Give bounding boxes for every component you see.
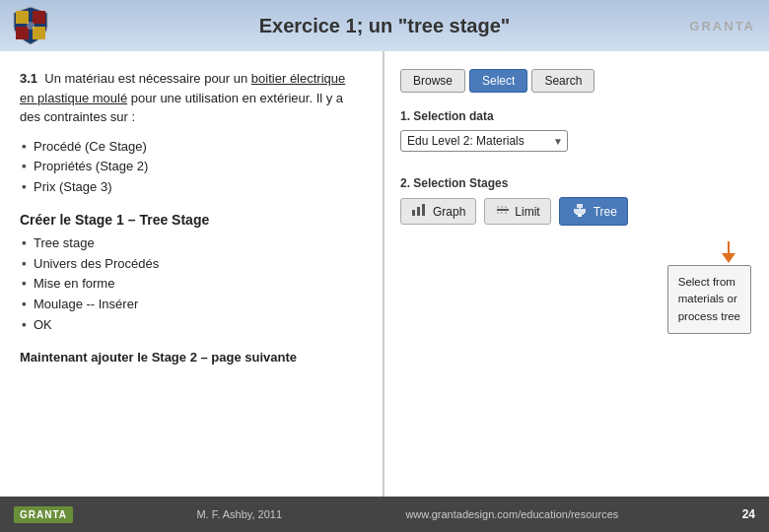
list-item: Procédé (Ce Stage)	[34, 137, 363, 158]
create-steps-list: Tree stage Univers des Procédés Mise en …	[20, 233, 363, 336]
granta-brand: GRANTA	[689, 19, 755, 33]
svg-rect-6	[417, 207, 420, 216]
list-item: Prix (Stage 3)	[34, 177, 363, 198]
selection-stages-section: 2. Selection Stages Graph	[400, 173, 755, 226]
svg-rect-0	[16, 11, 29, 24]
limit-label: Limit	[515, 205, 539, 219]
list-item: OK	[34, 315, 363, 336]
browse-button[interactable]: Browse	[400, 69, 465, 93]
dropdown-wrapper: Edu Level 2: Materials ▼	[400, 130, 568, 152]
page-title: Exercice 1; un "tree stage"	[259, 15, 511, 37]
nav-buttons: Browse Select Search	[400, 69, 594, 93]
footer-author: M. F. Ashby, 2011	[196, 508, 282, 520]
select-from-box: Select from materials or process tree	[667, 265, 751, 334]
svg-rect-12	[574, 209, 586, 213]
limit-icon	[495, 203, 511, 220]
svg-rect-2	[16, 27, 29, 39]
list-item: Propriétés (Stage 2)	[34, 157, 363, 177]
arrow-head-icon	[722, 253, 735, 263]
select-from-text: Select from materials or process tree	[678, 276, 740, 322]
footer-url: www.grantadesign.com/education/resources	[405, 508, 618, 520]
arrow-container	[400, 241, 755, 263]
footer-page-number: 24	[742, 507, 755, 521]
section-number: 3.1	[20, 71, 37, 86]
stage-buttons-row: Graph Limit	[400, 197, 755, 226]
svg-rect-13	[577, 204, 583, 208]
tree-label: Tree	[594, 205, 617, 219]
selection-data-section: 1. Selection data Edu Level 2: Materials…	[400, 106, 755, 166]
list-item: Univers des Procédés	[34, 254, 363, 275]
svg-rect-5	[412, 210, 415, 216]
graph-stage-button[interactable]: Graph	[400, 198, 476, 225]
select-button[interactable]: Select	[469, 69, 527, 93]
right-panel: Browse Select Search 1. Selection data E…	[384, 51, 769, 497]
intro-paragraph: 3.1 Un matériau est nécessaire pour un b…	[20, 69, 363, 127]
tree-stage-button[interactable]: Tree	[559, 197, 628, 226]
selection-data-label: 1. Selection data	[400, 109, 494, 123]
limit-stage-button[interactable]: Limit	[484, 198, 550, 225]
create-heading: Créer le Stage 1 – Tree Stage	[20, 212, 363, 228]
tree-icon	[570, 202, 590, 221]
search-button[interactable]: Search	[531, 69, 594, 93]
left-panel: 3.1 Un matériau est nécessaire pour un b…	[0, 51, 384, 497]
svg-point-4	[27, 22, 35, 30]
list-item: Mise en forme	[34, 274, 363, 295]
footer: GRANTA M. F. Ashby, 2011 www.grantadesig…	[0, 497, 769, 532]
select-from-container: Select from materials or process tree	[400, 263, 755, 334]
materials-dropdown[interactable]: Edu Level 2: Materials	[400, 130, 568, 152]
arrow-shaft	[728, 241, 730, 253]
selection-stages-label: 2. Selection Stages	[400, 176, 508, 190]
footer-granta-logo: GRANTA	[14, 506, 73, 523]
header-crest-logo	[10, 5, 51, 46]
graph-label: Graph	[433, 205, 465, 219]
svg-rect-1	[33, 11, 45, 24]
graph-icon	[411, 203, 429, 220]
constraints-list: Procédé (Ce Stage) Propriétés (Stage 2) …	[20, 137, 363, 198]
header: Exercice 1; un "tree stage" GRANTA	[0, 0, 769, 51]
list-item: Tree stage	[34, 233, 363, 254]
svg-rect-3	[33, 27, 45, 39]
list-item: Moulage -- Insérer	[34, 295, 363, 315]
svg-rect-7	[422, 204, 425, 216]
footer-note: Maintenant ajouter le Stage 2 – page sui…	[20, 350, 363, 365]
main-content: 3.1 Un matériau est nécessaire pour un b…	[0, 51, 769, 497]
footer-logo-area: GRANTA	[14, 506, 73, 523]
